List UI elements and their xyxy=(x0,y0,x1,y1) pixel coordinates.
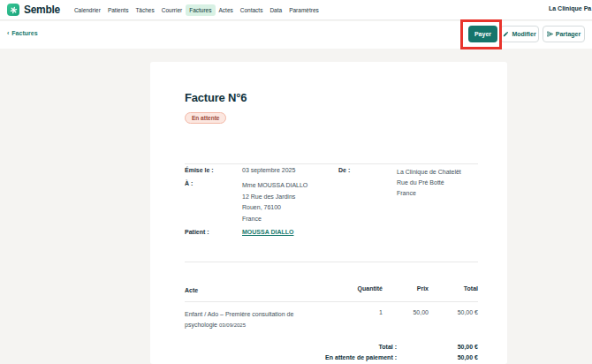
billed-to-label: À : xyxy=(185,180,193,186)
divider xyxy=(185,262,478,262)
from-label: De : xyxy=(338,167,350,173)
brand-wordmark[interactable]: Semble xyxy=(24,4,60,16)
share-button[interactable]: Partager xyxy=(543,26,585,42)
total-value: 50,00 € xyxy=(397,342,478,353)
paper-plane-icon xyxy=(547,31,553,37)
nav-item-data[interactable]: Data xyxy=(266,4,285,16)
address-line: La Clinique de Chatelët xyxy=(397,167,461,178)
divider xyxy=(185,163,478,164)
issued-date-label: Émise le : xyxy=(185,167,214,173)
table-row: Enfant / Ado – Première consultation de … xyxy=(185,302,478,330)
address-line: 12 Rue des Jardins xyxy=(242,192,307,203)
address-line: France xyxy=(397,188,461,199)
address-line: Rue du Pré Botté xyxy=(397,178,461,188)
billed-to-address: Mme MOUSSA DIALLO 12 Rue des Jardins Rou… xyxy=(242,180,307,224)
acte-cell: Enfant / Ado – Première consultation de … xyxy=(185,309,330,330)
edit-button[interactable]: Modifier xyxy=(500,26,539,42)
top-nav-bar: Semble Calendrier Patients Tâches Courri… xyxy=(0,0,592,20)
page-content: Facture N°6 En attente Émise le : 03 sep… xyxy=(0,49,592,364)
pending-payment-value: 50,00 € xyxy=(397,353,478,363)
nav-item-factures[interactable]: Factures xyxy=(186,4,215,16)
address-line: Mme MOUSSA DIALLO xyxy=(242,180,307,192)
invoice-line-items-table: Acte Quantité Prix Total Enfant / Ado – … xyxy=(185,283,478,330)
total-label: Total : xyxy=(282,342,397,353)
main-nav: Calendrier Patients Tâches Courrier Fact… xyxy=(71,4,323,16)
column-header-prix: Prix xyxy=(383,285,429,292)
nav-item-actes[interactable]: Actes xyxy=(216,4,237,16)
invoice-card: Facture N°6 En attente Émise le : 03 sep… xyxy=(150,62,507,364)
account-name[interactable]: La Clinique Pa xyxy=(549,5,591,11)
invoice-title: Facture N°6 xyxy=(185,91,247,104)
column-header-acte: Acte xyxy=(185,285,330,296)
address-line: France xyxy=(242,214,307,225)
table-header-row: Acte Quantité Prix Total xyxy=(185,283,478,302)
quantity-cell: 1 xyxy=(330,309,383,315)
column-header-quantite: Quantité xyxy=(330,285,383,292)
column-header-total: Total xyxy=(429,285,478,292)
breadcrumb-back-factures[interactable]: ‹ Factures xyxy=(7,30,38,36)
acte-description-line2: psychologie03/09/2025 xyxy=(185,320,330,330)
total-row: Total : 50,00 € xyxy=(282,342,478,353)
address-line: Rouen, 76100 xyxy=(242,202,307,214)
price-cell: 50,00 xyxy=(383,309,429,315)
pending-payment-row: En attente de paiement : 50,00 € xyxy=(282,353,478,363)
pay-button-label: Payer xyxy=(474,31,491,37)
nav-item-calendrier[interactable]: Calendrier xyxy=(71,4,104,16)
edit-button-label: Modifier xyxy=(512,31,535,37)
acte-date: 03/09/2025 xyxy=(219,322,246,328)
chevron-left-icon: ‹ xyxy=(7,30,9,36)
patient-label: Patient : xyxy=(185,229,209,235)
pencil-icon xyxy=(503,31,509,37)
from-address: La Clinique de Chatelët Rue du Pré Botté… xyxy=(397,167,461,199)
asterisk-icon xyxy=(10,6,18,14)
nav-item-parametres[interactable]: Paramètres xyxy=(285,4,323,16)
nav-item-patients[interactable]: Patients xyxy=(104,4,133,16)
nav-item-taches[interactable]: Tâches xyxy=(132,4,157,16)
patient-link[interactable]: MOUSSA DIALLO xyxy=(242,229,293,235)
pay-button[interactable]: Payer xyxy=(468,26,497,42)
totals-section: Total : 50,00 € En attente de paiement :… xyxy=(282,342,478,362)
acte-description-line1: Enfant / Ado – Première consultation de xyxy=(185,309,330,320)
issued-date-value: 03 septembre 2025 xyxy=(242,167,295,173)
pending-payment-label: En attente de paiement : xyxy=(282,353,397,363)
total-cell: 50,00 € xyxy=(429,309,478,315)
action-bar: ‹ Factures Payer Modifier Partager xyxy=(0,21,592,49)
breadcrumb-label: Factures xyxy=(11,30,37,36)
share-button-label: Partager xyxy=(556,31,581,37)
semble-logo-icon[interactable] xyxy=(7,4,19,16)
nav-item-courrier[interactable]: Courrier xyxy=(158,4,186,16)
nav-item-contacts[interactable]: Contacts xyxy=(237,4,267,16)
semble-invoice-page: Semble Calendrier Patients Tâches Courri… xyxy=(0,0,592,364)
status-badge: En attente xyxy=(185,112,226,124)
